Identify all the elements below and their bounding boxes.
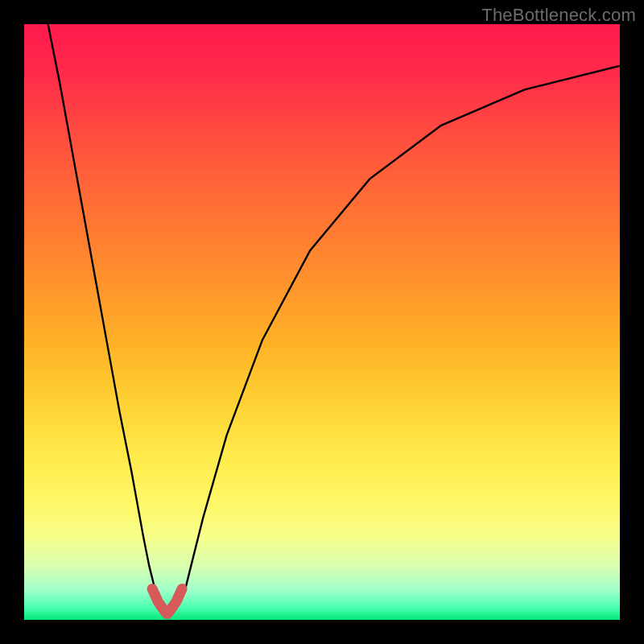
vertex-highlight (152, 589, 182, 614)
curve-svg (24, 24, 620, 620)
watermark-text: TheBottleneck.com (481, 5, 636, 26)
outer-frame: TheBottleneck.com (0, 0, 644, 644)
plot-area (24, 24, 620, 620)
bottleneck-curve (48, 24, 620, 614)
